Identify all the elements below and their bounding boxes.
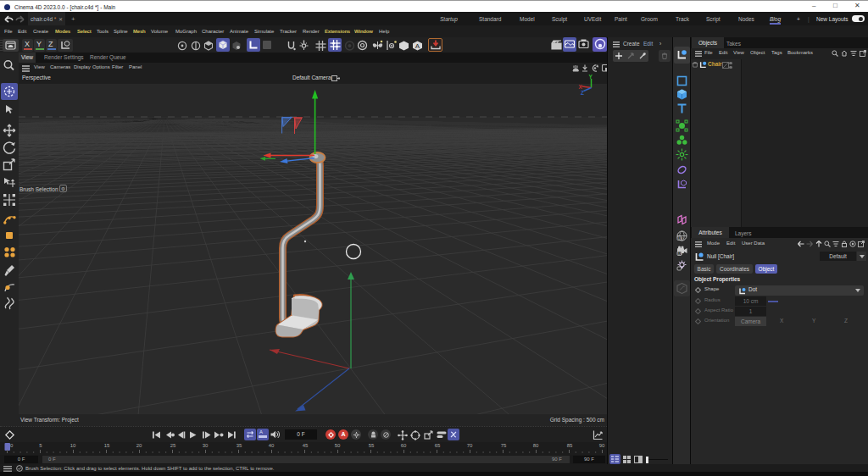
svg-text:UV: UV	[678, 252, 683, 256]
svg-text:UV: UV	[678, 237, 683, 241]
svg-text:A: A	[415, 42, 420, 50]
svg-text:Y: Y	[589, 74, 593, 80]
svg-text:Z: Z	[581, 90, 584, 95]
svg-text:X: X	[579, 84, 583, 90]
